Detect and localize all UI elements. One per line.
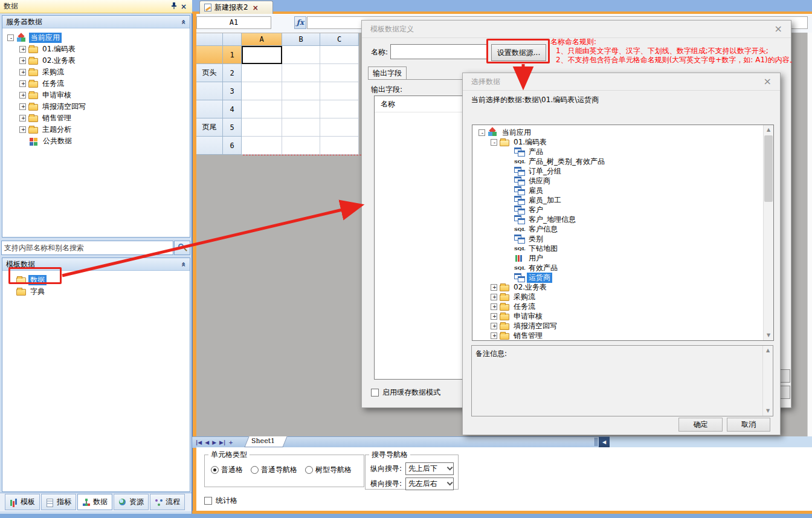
server-data-header[interactable]: 服务器数据 «	[2, 16, 190, 28]
sheet-cell[interactable]	[320, 118, 359, 137]
expander-icon[interactable]	[505, 236, 512, 242]
expander-icon[interactable]	[505, 197, 512, 204]
expander-icon[interactable]	[478, 129, 485, 136]
data-tree-item[interactable]: 客户_地理信息	[475, 215, 773, 224]
expander-icon[interactable]	[505, 187, 512, 194]
scroll-down-icon[interactable]: ▼	[764, 331, 773, 340]
radio-icon[interactable]	[211, 466, 219, 474]
expander-icon[interactable]	[505, 168, 512, 175]
server-tree-item[interactable]: 销售管理	[4, 112, 188, 124]
output-fields-tab[interactable]: 输出字段	[368, 66, 407, 80]
notes-textarea[interactable]: 备注信息: ▲ ▼	[471, 345, 773, 416]
set-datasource-button[interactable]: 设置数据源...	[491, 44, 546, 61]
checkbox-icon[interactable]	[371, 389, 379, 397]
data-tree-item[interactable]: 当前应用	[475, 128, 773, 137]
sheet-cell[interactable]	[282, 118, 320, 137]
expander-icon[interactable]	[491, 323, 497, 329]
sheet-cell[interactable]	[320, 82, 359, 100]
radio-icon[interactable]	[305, 466, 313, 474]
data-tree-item[interactable]: 客户信息	[475, 224, 773, 234]
expander-icon[interactable]	[491, 294, 497, 300]
hscroll-left-button[interactable]: ◀	[599, 437, 610, 447]
column-header[interactable]: C	[320, 33, 359, 46]
expander-icon[interactable]	[491, 139, 497, 146]
expander-icon[interactable]	[491, 303, 497, 310]
close-icon[interactable]: ×	[775, 24, 782, 34]
server-tree-item[interactable]: 当前应用	[4, 32, 188, 44]
close-icon[interactable]: ×	[179, 2, 188, 11]
sheet-cell[interactable]	[242, 82, 282, 100]
panel-tab[interactable]: 流程	[150, 494, 185, 510]
sheet-cell[interactable]	[242, 64, 282, 82]
notes-scrollbar[interactable]: ▲ ▼	[762, 346, 773, 416]
sheet-nav-button[interactable]: +	[228, 439, 233, 445]
sheet-cell[interactable]	[242, 100, 282, 118]
data-tree-item[interactable]: 客户	[475, 205, 773, 215]
close-icon[interactable]: ×	[764, 77, 772, 86]
data-tree-item[interactable]: 产品	[475, 147, 773, 157]
expander-icon[interactable]	[505, 158, 512, 165]
expander-icon[interactable]	[505, 226, 512, 233]
sheet-cell[interactable]	[282, 100, 320, 118]
sheet-cell[interactable]	[242, 118, 282, 137]
server-tree-item[interactable]: 主题分析	[4, 124, 188, 135]
data-tree-item[interactable]: 运货商	[475, 273, 773, 282]
scroll-down-icon[interactable]: ▼	[763, 406, 773, 416]
row-number-header[interactable]: 5	[223, 118, 242, 137]
row-group-header[interactable]	[196, 137, 223, 155]
server-tree-item[interactable]: 申请审核	[4, 89, 188, 101]
vertical-search-select[interactable]: 先上后下	[405, 462, 454, 475]
sheet-cell[interactable]	[320, 46, 359, 64]
panel-splitter[interactable]	[192, 0, 196, 511]
expander-icon[interactable]	[19, 115, 26, 121]
expander-icon[interactable]	[505, 178, 512, 184]
tree-scrollbar[interactable]: ▲ ▼	[763, 125, 773, 340]
collapse-icon[interactable]: «	[179, 262, 188, 267]
radio-icon[interactable]	[251, 466, 259, 474]
scrollbar-splitter[interactable]	[594, 438, 598, 446]
data-tree-item[interactable]: 类别	[475, 234, 773, 244]
row-number-header[interactable]: 6	[223, 137, 242, 155]
expander-icon[interactable]	[19, 80, 26, 87]
data-tree-item[interactable]: 01.编码表	[475, 137, 773, 147]
data-tree-item[interactable]: 采购流	[475, 292, 773, 302]
sheet-nav-button[interactable]: ▶|	[219, 439, 225, 445]
expander-icon[interactable]	[19, 138, 26, 144]
expander-icon[interactable]	[491, 313, 497, 320]
data-tree-item[interactable]: 雇员_加工	[475, 195, 773, 205]
corner-cell[interactable]	[196, 33, 223, 46]
sheet-cell[interactable]	[282, 64, 320, 82]
horizontal-search-select[interactable]: 先左后右	[405, 478, 454, 490]
cell-reference-box[interactable]: A1	[196, 16, 271, 29]
tab-close-icon[interactable]: ×	[253, 4, 259, 12]
data-tree-item[interactable]: 任务流	[475, 302, 773, 311]
expander-icon[interactable]	[505, 265, 512, 271]
column-header[interactable]: B	[282, 33, 320, 46]
expander-icon[interactable]	[19, 126, 26, 133]
sheet-cell[interactable]	[242, 46, 282, 64]
panel-tab[interactable]: 模板	[5, 494, 40, 510]
data-tree-item[interactable]: 雇员	[475, 186, 773, 195]
sheet-nav-button[interactable]: ◀	[205, 439, 209, 445]
data-tree-item[interactable]: 申请审核	[475, 311, 773, 321]
expander-icon[interactable]	[19, 103, 26, 110]
sheet-cell[interactable]	[282, 82, 320, 100]
data-tree-item[interactable]: 下钻地图	[475, 244, 773, 253]
cache-mode-checkbox[interactable]: 启用缓存数据模式	[371, 387, 440, 398]
cell-type-radio[interactable]: 普通格	[211, 465, 243, 475]
corner-cell[interactable]	[223, 33, 242, 46]
data-tree-item[interactable]: 有效产品	[475, 263, 773, 273]
panel-tab[interactable]: 指标	[41, 494, 76, 510]
server-tree-item[interactable]: 任务流	[4, 78, 188, 89]
horizontal-scrollbar[interactable]	[610, 436, 812, 448]
row-number-header[interactable]: 3	[223, 82, 242, 100]
sheet-tab-label[interactable]: Sheet1	[251, 437, 275, 445]
expander-icon[interactable]	[505, 216, 512, 223]
expander-icon[interactable]	[19, 92, 26, 99]
expander-icon[interactable]	[19, 46, 26, 53]
stat-cell-checkbox[interactable]: 统计格	[204, 496, 237, 506]
checkbox-icon[interactable]	[204, 497, 212, 505]
sheet-cell[interactable]	[282, 46, 320, 64]
collapse-icon[interactable]: «	[179, 19, 188, 24]
sheet-cell[interactable]	[320, 100, 359, 118]
